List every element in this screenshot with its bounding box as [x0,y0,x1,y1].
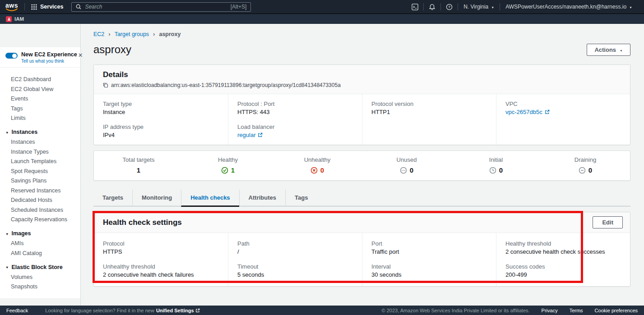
feedback-link[interactable]: Feedback [6,308,28,313]
sidebar-item-capacity-reservations[interactable]: Capacity Reservations [0,215,80,225]
sidebar-item-reserved-instances[interactable]: Reserved Instances [0,186,80,196]
chevron-down-icon [620,46,623,53]
tab-targets[interactable]: Targets [93,190,132,206]
search-shortcut-hint: [Alt+S] [231,4,247,10]
aws-smile-icon [5,8,18,11]
field-port: Port Traffic port [371,240,487,255]
account-menu[interactable]: AWSPowerUserAccess/navaneeth.kn@harness.… [500,0,638,14]
stat-total-targets: Total targets 1 [94,156,183,174]
help-button[interactable]: ? [441,0,458,14]
chevron-down-icon [491,4,494,10]
chevron-down-icon [5,231,11,237]
sidebar-item-ec2-dashboard[interactable]: EC2 Dashboard [0,75,80,85]
breadcrumb-ec2[interactable]: EC2 [93,31,104,37]
iam-service-icon [6,16,12,22]
favorites-bar: IAM [0,14,644,24]
tell-us-link[interactable]: Tell us what you think [21,59,77,64]
copyright-text: © 2023, Amazon Web Services India Privat… [382,308,530,313]
new-experience-title: New EC2 Experience [21,51,77,58]
chevron-down-icon [5,264,11,271]
external-link-icon [545,110,550,114]
bell-icon [429,4,436,10]
clock-icon [489,167,496,174]
tab-bar: Targets Monitoring Health checks Attribu… [93,190,630,206]
chevron-down-icon [629,4,632,10]
stat-initial: Initial 0 [451,156,541,174]
new-experience-toggle[interactable] [5,53,18,59]
favorites-item-iam[interactable]: IAM [6,16,24,22]
copy-arn-button[interactable] [103,82,108,88]
sidebar: New EC2 Experience Tell us what you thin… [0,24,81,306]
terms-link[interactable]: Terms [570,308,583,313]
field-success-codes: Success codes 200-499 [505,263,621,278]
sidebar-item-launch-templates[interactable]: Launch Templates [0,157,80,167]
sidebar-item-limits[interactable]: Limits [0,114,80,123]
region-selector[interactable]: N. Virginia [458,0,500,14]
notifications-button[interactable] [424,0,440,14]
stat-healthy: Healthy 1 [183,156,273,174]
cloudshell-terminal-icon [412,4,418,10]
tab-health-checks[interactable]: Health checks [181,190,239,207]
account-label: AWSPowerUserAccess/navaneeth.kn@harness.… [505,4,626,10]
x-circle-icon [310,167,318,174]
chevron-down-icon [5,129,11,136]
sidebar-item-snapshots[interactable]: Snapshots [0,282,80,292]
sidebar-item-savings-plans[interactable]: Savings Plans [0,176,80,186]
sidebar-item-tags[interactable]: Tags [0,104,80,114]
vpc-link[interactable]: vpc-2657db5c [505,109,550,115]
top-navigation-bar: aws Services [Alt+S] ? N. Virginia [0,0,644,14]
sidebar-section-instances[interactable]: Instances [0,128,80,138]
field-protocol-port: Protocol : Port HTTPS: 443 [237,100,353,115]
search-box[interactable]: [Alt+S] [71,2,251,12]
main-content: EC2 Target groups asproxy asproxy Action… [81,24,644,306]
breadcrumb-separator [153,31,155,37]
sidebar-item-ec2-global-view[interactable]: EC2 Global View [0,85,80,95]
minus-circle-icon [579,167,586,174]
details-title: Details [103,70,621,79]
sidebar-section-images[interactable]: Images [0,229,80,239]
privacy-link[interactable]: Privacy [542,308,558,313]
sidebar-item-ami-catalog[interactable]: AMI Catalog [0,249,80,259]
cookie-preferences-link[interactable]: Cookie preferences [595,308,638,313]
services-menu-button[interactable]: Services [25,0,69,14]
sidebar-item-events[interactable]: Events [0,94,80,104]
sidebar-item-instances[interactable]: Instances [0,137,80,147]
load-balancer-link[interactable]: regular [237,132,263,138]
field-path: Path / [237,240,353,255]
field-unhealthy-threshold: Unhealthy threshold 2 consecutive health… [103,263,219,278]
page-title: asproxy [93,43,131,56]
external-link-icon [195,308,200,313]
field-timeout: Timeout 5 seconds [237,263,353,278]
help-question-icon: ? [446,4,453,10]
edit-button[interactable]: Edit [593,216,623,228]
sidebar-item-instance-types[interactable]: Instance Types [0,147,80,157]
tab-monitoring[interactable]: Monitoring [132,190,181,206]
sidebar-item-amis[interactable]: AMIs [0,239,80,249]
field-vpc: VPC vpc-2657db5c [505,100,621,115]
sidebar-item-spot-requests[interactable]: Spot Requests [0,167,80,177]
field-protocol-version: Protocol version HTTP1 [371,100,487,115]
search-input[interactable] [85,4,227,10]
services-label: Services [40,4,63,10]
breadcrumb-target-groups[interactable]: Target groups [115,31,149,37]
svg-text:?: ? [448,5,450,9]
tab-tags[interactable]: Tags [285,190,317,206]
actions-button[interactable]: Actions [587,44,630,56]
close-icon[interactable] [77,51,84,59]
stat-unhealthy: Unhealthy 0 [273,156,362,174]
ellipsis-circle-icon [400,167,407,174]
sidebar-section-elastic-block-store[interactable]: Elastic Block Store [0,262,80,273]
sidebar-item-dedicated-hosts[interactable]: Dedicated Hosts [0,196,80,205]
unified-settings-link[interactable]: Unified Settings [156,308,200,313]
sidebar-item-volumes[interactable]: Volumes [0,273,80,283]
sidebar-item-scheduled-instances[interactable]: Scheduled Instances [0,205,80,215]
breadcrumb-separator [108,31,110,37]
aws-logo[interactable]: aws [5,3,18,11]
external-link-icon [258,132,263,137]
breadcrumb-current: asproxy [159,31,181,37]
field-hc-protocol: Protocol HTTPS [103,240,219,255]
cloudshell-button[interactable] [407,0,423,14]
new-experience-panel: New EC2 Experience Tell us what you thin… [0,47,80,68]
copy-icon [103,82,108,88]
tab-attributes[interactable]: Attributes [239,190,285,206]
